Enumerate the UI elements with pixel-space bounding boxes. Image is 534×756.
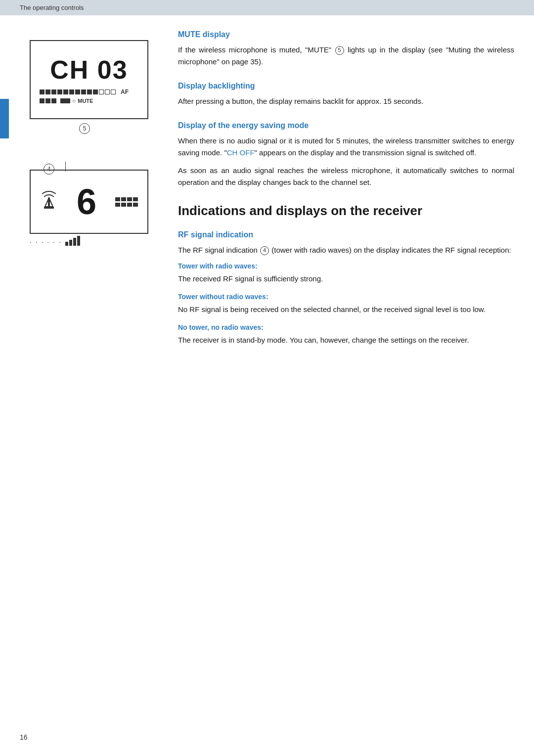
- receiver-diagram-wrap: 4 6: [20, 170, 158, 246]
- rf-signal-text: The RF signal indication 4 (tower with r…: [178, 244, 514, 256]
- tower-without-waves-heading: Tower without radio waves:: [178, 293, 514, 301]
- small-bars: [40, 98, 56, 103]
- tower-with-waves-text: The received RF signal is sufficiently s…: [178, 273, 514, 285]
- bar-11-empty: [99, 89, 104, 94]
- no-tower-subsection: No tower, no radio waves: The receiver i…: [178, 323, 514, 346]
- annotation-5-wrapper: 5: [79, 123, 218, 134]
- energy-saving-text1: When there is no audio signal or it is m…: [178, 135, 514, 159]
- bar-1: [40, 89, 44, 94]
- receiver-display-box: 4 6: [30, 170, 148, 234]
- ch03-display-box: CH 03 AF: [30, 40, 148, 119]
- left-accent-bar: [0, 99, 9, 138]
- tower-without-waves-text: No RF signal is being received on the se…: [178, 304, 514, 315]
- left-column: CH 03 AF: [20, 30, 168, 360]
- rb-4: [133, 197, 138, 201]
- sm-bar-1: [40, 98, 44, 103]
- tower-without-waves-subsection: Tower without radio waves: No RF signal …: [178, 293, 514, 315]
- mute-rect: [60, 98, 70, 103]
- receiver-main-heading: Indications and displays on the receiver: [178, 203, 514, 219]
- signal-af-row: AF: [40, 89, 138, 95]
- bar-4: [57, 89, 62, 94]
- tower-icon-area: [40, 188, 58, 216]
- page-number: 16: [20, 733, 28, 741]
- bar-2: [45, 89, 50, 94]
- rb-8: [133, 203, 138, 207]
- bar-13-empty: [111, 89, 116, 94]
- rb-6: [121, 203, 126, 207]
- mute-row: ○ MUTE: [40, 97, 138, 104]
- display-number-6: 6: [77, 184, 96, 220]
- svg-rect-2: [44, 207, 54, 209]
- circle-5: 5: [79, 123, 90, 134]
- rf-signal-section: RF signal indication The RF signal indic…: [178, 230, 514, 346]
- circle-4: 4: [44, 164, 54, 175]
- rb-3: [127, 197, 132, 201]
- mute-text: MUTE: [78, 98, 93, 104]
- bar-12-empty: [105, 89, 110, 94]
- tower-with-waves-heading: Tower with radio waves:: [178, 262, 514, 270]
- signal-bars-full: [40, 89, 116, 94]
- bar-5: [63, 89, 68, 94]
- no-tower-text: The receiver is in stand-by mode. You ca…: [178, 334, 514, 346]
- energy-saving-section: Display of the energy saving mode When t…: [178, 121, 514, 188]
- bar-10: [93, 89, 98, 94]
- bar-3: [51, 89, 56, 94]
- rb-bottom-row: [115, 203, 138, 207]
- dots-row: · · · · · ·: [30, 236, 158, 246]
- inline-circle-5: 5: [335, 46, 344, 55]
- rb-7: [127, 203, 132, 207]
- energy-saving-text2: As soon as an audio signal reaches the w…: [178, 165, 514, 188]
- main-content: CH 03 AF: [0, 15, 534, 380]
- sm-bar-3: [51, 98, 56, 103]
- ch-off-text: CH OFF: [227, 148, 255, 157]
- backlighting-text: After pressing a button, the display rem…: [178, 95, 514, 107]
- bar-6: [69, 89, 74, 94]
- energy-saving-heading: Display of the energy saving mode: [178, 121, 514, 130]
- bar-9: [87, 89, 92, 94]
- af-label: AF: [121, 89, 129, 95]
- rb-top-row: [115, 197, 138, 201]
- bar-8: [81, 89, 86, 94]
- annotation-4-wrapper: 4: [44, 164, 54, 175]
- right-signal-bars: [115, 197, 138, 207]
- mute-icon: ○ MUTE: [60, 97, 93, 104]
- header-bar: The operating controls: [0, 0, 534, 15]
- rf-signal-heading: RF signal indication: [178, 230, 514, 239]
- sm-bar-2: [45, 98, 50, 103]
- mute-display-text: If the wireless microphone is muted, "MU…: [178, 44, 514, 68]
- right-column: MUTE display If the wireless microphone …: [168, 30, 514, 360]
- ann4-connector: [65, 162, 66, 172]
- no-tower-heading: No tower, no radio waves:: [178, 323, 514, 331]
- backlighting-heading: Display backlighting: [178, 82, 514, 90]
- backlighting-section: Display backlighting After pressing a bu…: [178, 82, 514, 107]
- inline-circle-4: 4: [260, 246, 269, 255]
- rb-1: [115, 197, 120, 201]
- rb-2: [121, 197, 126, 201]
- tower-svg: [40, 188, 58, 213]
- rb-5: [115, 203, 120, 207]
- tower-with-waves-subsection: Tower with radio waves: The received RF …: [178, 262, 514, 285]
- channel-display: CH 03: [50, 55, 128, 85]
- bar-7: [75, 89, 80, 94]
- mute-display-heading: MUTE display: [178, 30, 514, 39]
- header-text: The operating controls: [20, 4, 84, 11]
- mute-display-section: MUTE display If the wireless microphone …: [178, 30, 514, 68]
